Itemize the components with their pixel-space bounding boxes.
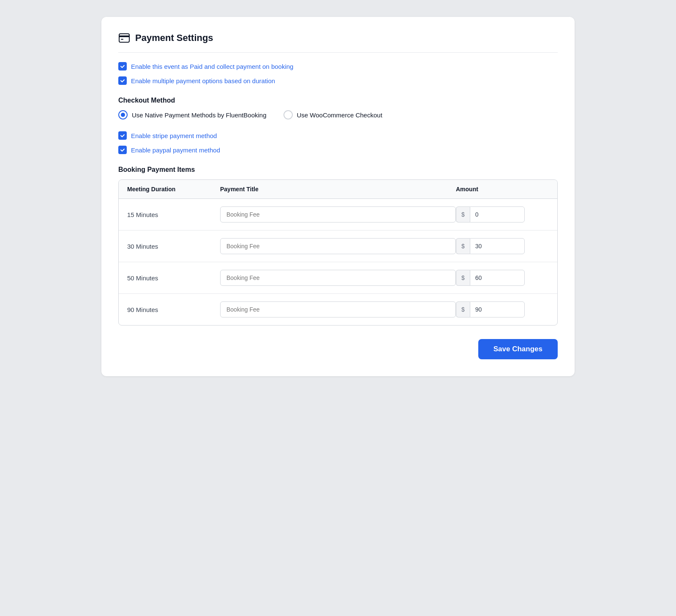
svg-rect-1	[119, 35, 129, 37]
payment-title-input-4[interactable]	[220, 301, 456, 317]
checkout-method-title: Checkout Method	[118, 97, 558, 104]
payment-title-cell-2	[220, 238, 456, 254]
amount-group-1: $	[456, 206, 549, 223]
native-payment-label: Use Native Payment Methods by FluentBook…	[132, 111, 267, 119]
top-checkboxes-section: Enable this event as Paid and collect pa…	[118, 62, 558, 85]
duration-cell-3: 50 Minutes	[127, 274, 220, 282]
payment-title-cell-3	[220, 270, 456, 286]
native-payment-radio[interactable]: Use Native Payment Methods by FluentBook…	[118, 110, 267, 119]
checkout-method-radio-group: Use Native Payment Methods by FluentBook…	[118, 110, 558, 119]
duration-cell-4: 90 Minutes	[127, 306, 220, 313]
duration-cell-1: 15 Minutes	[127, 211, 220, 218]
stripe-checkbox-row[interactable]: Enable stripe payment method	[118, 131, 558, 140]
multiple-payment-checkbox-row[interactable]: Enable multiple payment options based on…	[118, 76, 558, 85]
paid-event-checkbox[interactable]	[118, 62, 127, 71]
col-payment-title: Payment Title	[220, 186, 456, 193]
amount-input-2[interactable]	[470, 238, 525, 254]
stripe-checkbox[interactable]	[118, 131, 127, 140]
svg-rect-0	[119, 34, 129, 42]
payment-table: Meeting Duration Payment Title Amount 15…	[118, 179, 558, 326]
table-row: 50 Minutes $	[119, 262, 557, 294]
amount-group-2: $	[456, 238, 549, 254]
payment-settings-card: Payment Settings Enable this event as Pa…	[101, 17, 575, 376]
payment-title-input-3[interactable]	[220, 270, 456, 286]
paid-event-checkbox-row[interactable]: Enable this event as Paid and collect pa…	[118, 62, 558, 71]
currency-symbol-3: $	[456, 270, 470, 286]
paypal-checkbox[interactable]	[118, 146, 127, 154]
currency-symbol-1: $	[456, 206, 470, 223]
svg-rect-2	[121, 39, 123, 40]
multiple-payment-checkbox[interactable]	[118, 76, 127, 85]
woocommerce-radio-button[interactable]	[283, 110, 293, 119]
payment-title-cell-1	[220, 206, 456, 223]
payment-method-checkboxes-section: Enable stripe payment method Enable payp…	[118, 131, 558, 154]
payment-title-cell-4	[220, 301, 456, 317]
amount-cell-1: $	[456, 206, 549, 223]
paypal-checkbox-row[interactable]: Enable paypal payment method	[118, 146, 558, 154]
amount-group-4: $	[456, 301, 549, 317]
booking-payment-title: Booking Payment Items	[118, 166, 558, 174]
currency-symbol-4: $	[456, 301, 470, 317]
amount-cell-4: $	[456, 301, 549, 317]
paypal-label: Enable paypal payment method	[131, 147, 220, 154]
save-changes-button[interactable]: Save Changes	[478, 339, 558, 359]
woocommerce-label: Use WooCommerce Checkout	[297, 111, 382, 119]
amount-cell-2: $	[456, 238, 549, 254]
card-header: Payment Settings	[118, 32, 558, 53]
amount-input-4[interactable]	[470, 301, 525, 317]
payment-settings-icon	[118, 32, 130, 44]
currency-symbol-2: $	[456, 238, 470, 254]
multiple-payment-label: Enable multiple payment options based on…	[131, 77, 275, 84]
paid-event-label: Enable this event as Paid and collect pa…	[131, 63, 293, 70]
table-header: Meeting Duration Payment Title Amount	[119, 180, 557, 199]
footer: Save Changes	[118, 339, 558, 359]
woocommerce-radio[interactable]: Use WooCommerce Checkout	[283, 110, 382, 119]
checkout-method-section: Checkout Method Use Native Payment Metho…	[118, 97, 558, 119]
native-radio-button[interactable]	[118, 110, 128, 119]
payment-title-input-2[interactable]	[220, 238, 456, 254]
amount-cell-3: $	[456, 270, 549, 286]
table-row: 15 Minutes $	[119, 199, 557, 231]
duration-cell-2: 30 Minutes	[127, 243, 220, 250]
col-amount: Amount	[456, 186, 549, 193]
booking-payment-section: Booking Payment Items Meeting Duration P…	[118, 166, 558, 326]
page-title: Payment Settings	[135, 33, 213, 43]
table-row: 90 Minutes $	[119, 294, 557, 325]
amount-group-3: $	[456, 270, 549, 286]
table-row: 30 Minutes $	[119, 231, 557, 262]
amount-input-3[interactable]	[470, 270, 525, 286]
col-duration: Meeting Duration	[127, 186, 220, 193]
stripe-label: Enable stripe payment method	[131, 132, 217, 139]
amount-input-1[interactable]	[470, 206, 525, 223]
payment-title-input-1[interactable]	[220, 206, 456, 223]
